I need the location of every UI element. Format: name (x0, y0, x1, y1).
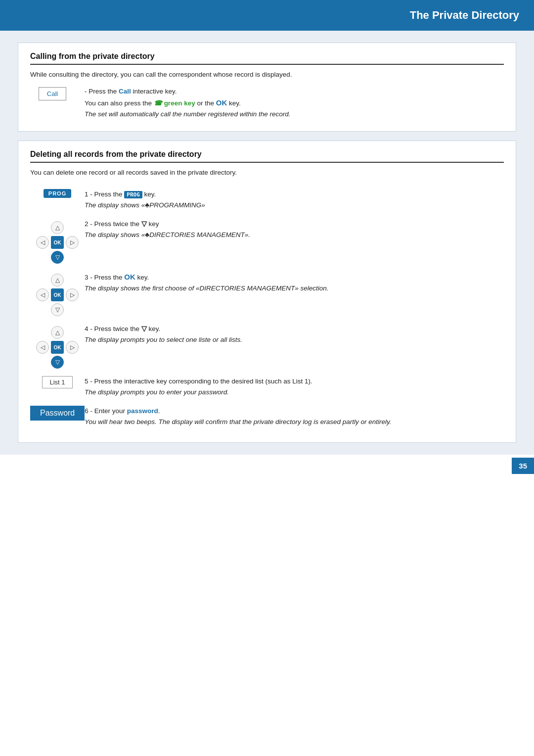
step5-num: 5 - Press the interactive key correspond… (85, 378, 312, 385)
nav-empty-tr4 (65, 326, 79, 339)
nav-empty-tr (65, 221, 79, 235)
nav-arrow-left-step3: ◁ (36, 288, 49, 302)
step1-italic: The display shows «♣PROGRAMMING» (85, 201, 205, 209)
nav-empty-bl4 (36, 355, 49, 369)
step1-row: PROG 1 - Press the PROG key. The display… (30, 184, 504, 214)
section-calling: Calling from the private directory While… (18, 43, 516, 132)
section1-title: Calling from the private directory (30, 52, 504, 65)
nav-arrow-down-step4: ▽ (50, 355, 64, 369)
ok-key-step3: OK (124, 273, 135, 281)
step1-line1b: interactive key. (131, 88, 177, 95)
call-button[interactable]: Call (39, 87, 66, 100)
step1-icon-col: PROG (30, 187, 85, 200)
step5-row: List 1 5 - Press the interactive key cor… (30, 371, 504, 401)
nav-arrow-left-step4: ◁ (36, 340, 49, 354)
nav-ok-step2: OK (50, 236, 64, 249)
step1-line2b: or the (197, 99, 216, 107)
step1-italic: The set will automatically call the numb… (85, 110, 290, 118)
nav-arrow-right-step3: ▷ (65, 288, 79, 302)
step4-row: △ ◁ OK ▷ ▽ 4 - Press twice the ▽ key. Th… (30, 319, 504, 371)
step2-desc: 2 - Press twice the ▽ key The display sh… (85, 217, 504, 240)
step5-italic: The display prompts you to enter your pa… (85, 388, 229, 396)
step2-num: 2 - Press twice the (85, 220, 141, 228)
step2-row: △ ◁ OK ▷ ▽ 2 - Press twice the ▽ key The… (30, 214, 504, 266)
nav-empty-bl (36, 250, 49, 264)
section2-intro: You can delete one record or all records… (30, 169, 504, 176)
nav-ok-step4: OK (50, 340, 64, 354)
step3-num: 3 - Press the (85, 274, 124, 281)
nav-pad-step4: △ ◁ OK ▷ ▽ (36, 326, 79, 369)
section1-intro: While consulting the directory, you can … (30, 71, 504, 78)
phone-icon: ☎ (154, 99, 164, 107)
call-description: - Press the Call interactive key. You ca… (85, 86, 290, 119)
section-gap (18, 132, 516, 141)
step4-key: ▽ (141, 325, 147, 332)
step3-icon-col: △ ◁ OK ▷ ▽ (30, 269, 85, 319)
step2-italic: The display shows «♣DIRECTORIES MANAGEME… (85, 231, 250, 238)
list1-button[interactable]: List 1 (42, 376, 72, 388)
nav-arrow-down-step3: ▽ (50, 303, 64, 317)
nav-arrow-up-step3: △ (50, 273, 64, 287)
step1-num: 1 - Press the (85, 190, 124, 198)
call-row: Call - Press the Call interactive key. Y… (30, 86, 504, 119)
nav-empty-tl3 (36, 273, 49, 287)
page: The Private Directory Calling from the p… (0, 0, 534, 756)
section-deleting: Deleting all records from the private di… (18, 141, 516, 443)
nav-arrow-right-step2: ▷ (65, 236, 79, 249)
step3-text: key. (135, 274, 149, 281)
step4-text: key. (147, 325, 161, 332)
step3-italic: The display shows the first choose of «D… (85, 284, 328, 292)
nav-empty-tl4 (36, 326, 49, 339)
main-content: Calling from the private directory While… (0, 31, 534, 455)
nav-arrow-right-step4: ▷ (65, 340, 79, 354)
step2-key: ▽ (141, 220, 147, 228)
page-header: The Private Directory (0, 0, 534, 31)
nav-arrow-down-step2: ▽ (50, 250, 64, 264)
nav-empty-br3 (65, 303, 79, 317)
page-number: 35 (512, 458, 534, 474)
nav-arrow-left-step2: ◁ (36, 236, 49, 249)
prog-inline-step1: PROG (124, 191, 142, 198)
step1-desc: 1 - Press the PROG key. The display show… (85, 187, 504, 210)
step4-italic: The display prompts you to select one li… (85, 336, 242, 343)
step6-desc: 6 - Enter your password. You will hear t… (85, 404, 504, 427)
prog-key-step1: PROG (44, 189, 71, 198)
step2-text: key (147, 220, 159, 228)
step6-num: 6 - Enter your (85, 407, 127, 415)
nav-pad-step3: △ ◁ OK ▷ ▽ (36, 273, 79, 317)
step1-line2a: You can also press the (85, 99, 154, 107)
ok-key-inline: OK (216, 98, 227, 107)
nav-ok-step3: OK (50, 288, 64, 302)
nav-empty-br4 (65, 355, 79, 369)
step1-text: key. (142, 190, 156, 198)
step3-desc: 3 - Press the OK key. The display shows … (85, 269, 504, 294)
green-key-label: green key (164, 99, 195, 107)
step3-row: △ ◁ OK ▷ ▽ 3 - Press the OK key. The dis… (30, 266, 504, 319)
step4-num: 4 - Press twice the (85, 325, 141, 332)
step5-desc: 5 - Press the interactive key correspond… (85, 374, 504, 397)
nav-empty-br (65, 250, 79, 264)
step5-icon-col: List 1 (30, 374, 85, 388)
call-key-label: Call (119, 88, 131, 95)
step6-row: Password 6 - Enter your password. You wi… (30, 401, 504, 430)
nav-arrow-up-step4: △ (50, 326, 64, 339)
nav-pad-step2: △ ◁ OK ▷ ▽ (36, 221, 79, 264)
step1-line1: - Press the (85, 88, 119, 95)
step4-desc: 4 - Press twice the ▽ key. The display p… (85, 322, 504, 345)
nav-empty-bl3 (36, 303, 49, 317)
section2-title: Deleting all records from the private di… (30, 150, 504, 163)
nav-empty-tl (36, 221, 49, 235)
nav-arrow-up-step2: △ (50, 221, 64, 235)
step6-italic: You will hear two beeps. The display wil… (85, 418, 391, 425)
page-title: The Private Directory (410, 9, 519, 21)
nav-empty-tr3 (65, 273, 79, 287)
step6-icon-col: Password (30, 404, 85, 421)
call-button-wrap: Call (30, 86, 75, 100)
step4-icon-col: △ ◁ OK ▷ ▽ (30, 322, 85, 371)
password-button[interactable]: Password (30, 406, 85, 421)
step2-icon-col: △ ◁ OK ▷ ▽ (30, 217, 85, 266)
step6-text: . (158, 407, 160, 415)
step6-bold: password (127, 407, 158, 415)
step1-line2c: key. (229, 99, 241, 107)
